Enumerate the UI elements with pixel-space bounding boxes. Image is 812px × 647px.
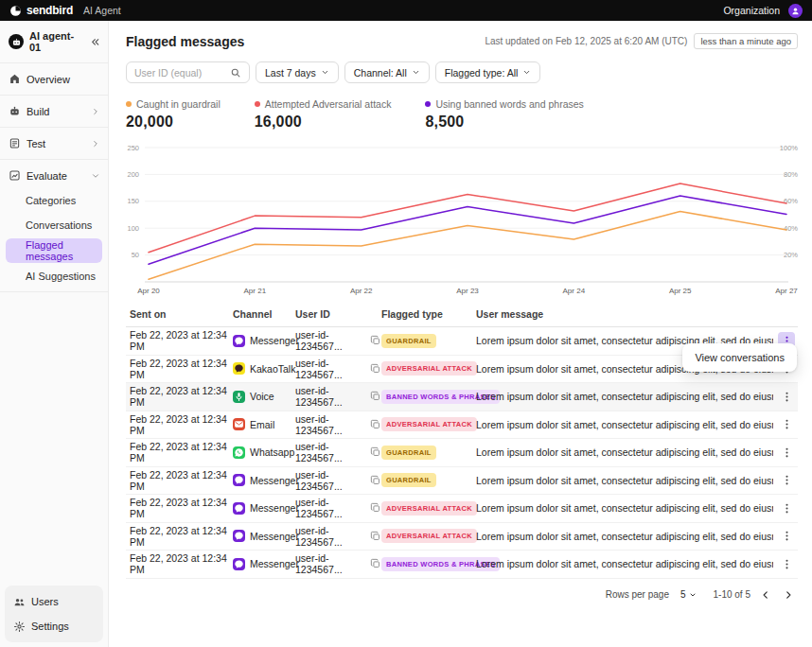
chevron-right-icon: [91, 107, 100, 116]
table-row[interactable]: Feb 22, 2023 at 12:34 PMMessengeruser-id…: [126, 467, 798, 496]
row-actions-menu-button[interactable]: [778, 444, 795, 461]
sidebar-subitem-conversations[interactable]: Conversations: [0, 213, 108, 237]
table-row[interactable]: Feb 22, 2023 at 12:34 PMMessengeruser-id…: [126, 495, 798, 523]
sidebar-item-label: Evaluate: [26, 170, 67, 182]
copy-user-id-button[interactable]: [370, 446, 381, 458]
svg-text:100: 100: [127, 224, 139, 233]
copy-user-id-button[interactable]: [370, 391, 381, 402]
sidebar-collapse-icon[interactable]: [90, 37, 100, 47]
kakaotalk-icon: [233, 362, 245, 375]
context-menu-view-conversations[interactable]: View conversations: [682, 343, 797, 372]
svg-text:80%: 80%: [784, 170, 798, 179]
whatsapp-icon: [233, 446, 245, 459]
copy-user-id-button[interactable]: [370, 558, 381, 569]
agent-selector[interactable]: AI agent-01: [0, 26, 108, 60]
sent-on-cell: Feb 22, 2023 at 12:34 PM: [130, 525, 233, 548]
table-row[interactable]: Feb 22, 2023 at 12:34 PMMessengeruser-id…: [126, 551, 798, 579]
row-actions-menu-button[interactable]: [778, 499, 795, 516]
sidebar-subitem-categories[interactable]: Categories: [0, 188, 108, 213]
user-id-search[interactable]: [126, 61, 250, 83]
sidebar-item-label: AI Suggestions: [26, 271, 96, 282]
row-actions-menu-button[interactable]: [778, 388, 795, 405]
sidebar-subitem-ai-suggestions[interactable]: AI Suggestions: [0, 264, 108, 289]
test-icon: [9, 137, 21, 149]
flagged-type-filter[interactable]: Flagged type: All: [435, 61, 541, 83]
messenger-icon: [233, 335, 245, 347]
copy-user-id-button[interactable]: [370, 531, 381, 542]
copy-user-id-button[interactable]: [370, 475, 381, 486]
main-content: Flagged messages Last updated on Feb 12,…: [109, 21, 812, 647]
channel-filter[interactable]: Channel: All: [344, 61, 430, 83]
row-actions-menu-button[interactable]: [778, 555, 795, 572]
chevron-down-icon: [412, 68, 420, 77]
sidebar-item-evaluate[interactable]: Evaluate: [0, 163, 108, 188]
copy-user-id-button[interactable]: [370, 419, 381, 430]
sidebar-item-label: Overview: [26, 74, 70, 85]
column-sent-on: Sent on: [130, 308, 233, 320]
person-icon: [790, 6, 801, 16]
row-actions-menu-button[interactable]: [778, 472, 795, 489]
copy-user-id-button[interactable]: [370, 502, 381, 514]
organization-avatar[interactable]: [788, 4, 803, 18]
user-id-cell: user-id-1234567...: [295, 552, 364, 575]
column-channel: Channel: [233, 308, 295, 320]
sidebar-nav: OverviewBuildTestEvaluateCategoriesConve…: [0, 66, 108, 295]
row-actions-menu-button[interactable]: [778, 528, 795, 545]
chevron-down-icon: [91, 171, 100, 181]
table-row[interactable]: Feb 22, 2023 at 12:34 PMVoiceuser-id-123…: [126, 383, 798, 411]
sidebar-item-label: Test: [26, 138, 45, 149]
prev-page-button[interactable]: [758, 587, 773, 603]
table-row[interactable]: Feb 22, 2023 at 12:34 PMMessengeruser-id…: [126, 523, 798, 551]
user-message-cell: Lorem ipsum dolor sit amet, consectetur …: [476, 558, 773, 569]
user-message-cell: Lorem ipsum dolor sit amet, consectetur …: [476, 531, 773, 542]
sidebar-subitem-flagged-messages[interactable]: Flagged messages: [6, 238, 102, 263]
flagged-messages-chart: 5010015020025020%40%60%80%100%Apr 20Apr …: [126, 142, 798, 297]
sidebar-item-settings[interactable]: Settings: [5, 614, 103, 638]
table-row[interactable]: Feb 22, 2023 at 12:34 PMEmailuser-id-123…: [126, 411, 798, 440]
svg-text:50: 50: [132, 251, 139, 259]
divider: [0, 291, 108, 292]
svg-text:Apr 21: Apr 21: [244, 287, 267, 295]
user-id-cell: user-id-1234567...: [295, 329, 364, 352]
column-flagged-type: Flagged type: [381, 308, 476, 320]
copy-user-id-button[interactable]: [370, 335, 381, 346]
date-range-filter[interactable]: Last 7 days: [256, 61, 339, 83]
sidebar-item-label: Build: [26, 106, 49, 117]
channel-label: Email: [250, 419, 274, 430]
user-id-search-input[interactable]: [134, 67, 226, 79]
legend-dot: [425, 101, 431, 107]
svg-text:Apr 22: Apr 22: [350, 287, 373, 295]
gear-icon: [13, 621, 26, 633]
chevron-right-icon: [91, 139, 100, 149]
sent-on-cell: Feb 22, 2023 at 12:34 PM: [130, 497, 233, 519]
sent-on-cell: Feb 22, 2023 at 12:34 PM: [130, 358, 233, 380]
rows-per-page-select[interactable]: 5: [680, 589, 697, 600]
copy-user-id-button[interactable]: [370, 363, 381, 375]
stat-label: Using banned words and phrases: [435, 98, 583, 110]
stats-legend: Caught in guardrail20,000Attempted Adver…: [126, 98, 798, 131]
voice-icon: [233, 391, 245, 403]
evaluate-icon: [9, 169, 21, 182]
svg-text:Apr 27: Apr 27: [775, 287, 798, 295]
organization-menu[interactable]: Organization: [723, 5, 780, 16]
svg-text:Apr 24: Apr 24: [563, 287, 586, 295]
column-user-message: User message: [476, 308, 773, 320]
page-title: Flagged messages: [126, 34, 244, 49]
home-icon: [9, 73, 21, 85]
svg-text:250: 250: [127, 144, 139, 152]
row-actions-menu-button[interactable]: [778, 416, 795, 433]
sidebar-item-test[interactable]: Test: [0, 131, 108, 156]
sent-on-cell: Feb 22, 2023 at 12:34 PM: [130, 469, 233, 492]
svg-text:150: 150: [127, 197, 139, 205]
robot-icon: [9, 105, 21, 117]
sidebar-item-label: Flagged messages: [26, 239, 95, 262]
sidebar-item-build[interactable]: Build: [0, 98, 108, 124]
sent-on-cell: Feb 22, 2023 at 12:34 PM: [130, 329, 233, 352]
sidebar-item-overview[interactable]: Overview: [0, 66, 108, 92]
top-bar: sendbird AI Agent Organization: [0, 0, 812, 21]
next-page-button[interactable]: [781, 587, 796, 603]
stat-label: Caught in guardrail: [136, 98, 221, 110]
sidebar-item-users[interactable]: Users: [5, 589, 103, 614]
table-row[interactable]: Feb 22, 2023 at 12:34 PMWhatsappuser-id-…: [126, 439, 798, 467]
legend-dot: [255, 101, 260, 107]
